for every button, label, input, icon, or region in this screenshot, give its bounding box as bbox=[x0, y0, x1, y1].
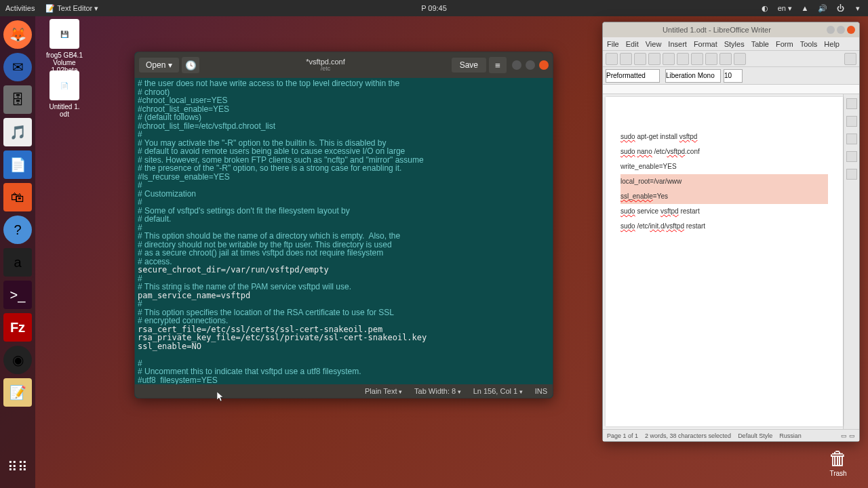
top-panel: Activities 📝 Text Editor ▾ P 09:45 ◐ en … bbox=[0, 0, 868, 16]
redo-icon[interactable] bbox=[734, 53, 746, 65]
doc-line: ssl_enable=Yes bbox=[620, 189, 828, 204]
properties-icon[interactable] bbox=[846, 98, 857, 109]
editor-textarea[interactable]: # the user does not have write access to… bbox=[135, 78, 553, 384]
cursor-position[interactable]: Ln 156, Col 1 bbox=[473, 387, 523, 395]
language-indicator[interactable]: en ▾ bbox=[778, 4, 792, 13]
writer-format-toolbar bbox=[603, 67, 859, 85]
paragraph-style-select[interactable] bbox=[606, 69, 660, 83]
font-name-select[interactable] bbox=[665, 69, 721, 83]
language[interactable]: Russian bbox=[779, 432, 802, 439]
page-style[interactable]: Default Style bbox=[738, 432, 772, 439]
gedit-icon[interactable]: 📝 bbox=[3, 378, 32, 407]
writer-icon[interactable]: 📄 bbox=[3, 150, 32, 179]
page-count[interactable]: Page 1 of 1 bbox=[607, 432, 638, 439]
gedit-window: Open ▾ 🕓 *vsftpd.conf /etc Save ≡ # the … bbox=[134, 52, 553, 399]
undo-icon[interactable] bbox=[719, 53, 732, 65]
pdf-icon[interactable] bbox=[648, 53, 660, 65]
gedit-title: *vsftpd.conf /etc bbox=[199, 58, 451, 73]
minimize-button[interactable] bbox=[512, 60, 521, 70]
print-icon[interactable] bbox=[663, 53, 675, 65]
writer-titlebar: Untitled 1.odt - LibreOffice Writer bbox=[603, 22, 859, 37]
navigator-icon[interactable] bbox=[846, 151, 857, 162]
firefox-icon[interactable]: 🦊 bbox=[3, 20, 32, 49]
launcher-dock: 🦊 ✉ 🗄 🎵 📄 🛍 ? a >_ Fz ◉ 📝 ⠿⠿ bbox=[0, 16, 35, 488]
writer-menubar: FileEditViewInsertFormatStylesTableFormT… bbox=[603, 37, 859, 51]
word-count[interactable]: 2 words, 38 characters selected bbox=[645, 432, 731, 439]
font-size-select[interactable] bbox=[724, 69, 743, 83]
volume-icon[interactable]: 🔊 bbox=[818, 3, 827, 13]
gallery-icon[interactable] bbox=[846, 134, 857, 144]
close-button[interactable] bbox=[539, 60, 549, 70]
find-icon[interactable] bbox=[844, 53, 856, 65]
files-icon[interactable]: 🗄 bbox=[3, 85, 32, 114]
styles-icon[interactable] bbox=[846, 116, 857, 127]
clock[interactable]: P 09:45 bbox=[421, 4, 447, 12]
paste-icon[interactable] bbox=[705, 53, 717, 65]
save-icon[interactable] bbox=[634, 53, 646, 65]
writer-minimize-button[interactable] bbox=[827, 26, 835, 34]
arrow-down-icon[interactable]: ▾ bbox=[853, 3, 863, 13]
menu-styles[interactable]: Styles bbox=[724, 40, 745, 48]
software-icon[interactable]: 🛍 bbox=[3, 183, 32, 211]
copy-icon[interactable] bbox=[691, 53, 703, 65]
writer-close-button[interactable] bbox=[847, 26, 855, 34]
power-icon[interactable]: ⏻ bbox=[835, 3, 845, 13]
new-icon[interactable] bbox=[606, 53, 618, 65]
network-icon[interactable]: ▲ bbox=[800, 3, 810, 13]
obs-icon[interactable]: ◉ bbox=[3, 346, 32, 374]
writer-toolbar bbox=[603, 51, 859, 67]
gedit-statusbar: Plain Text Tab Width: 8 Ln 156, Col 1 IN… bbox=[135, 384, 553, 398]
menu-view[interactable]: View bbox=[646, 40, 662, 48]
doc-line: local_root=/var/www bbox=[620, 174, 828, 189]
menu-format[interactable]: Format bbox=[694, 40, 717, 48]
hamburger-menu-icon[interactable]: ≡ bbox=[489, 57, 507, 73]
app-menu[interactable]: 📝 Text Editor ▾ bbox=[45, 4, 98, 13]
help-icon[interactable]: ? bbox=[3, 216, 32, 244]
doc-line: sudo nano /etc/vsftpd.conf bbox=[620, 144, 828, 159]
tab-width-selector[interactable]: Tab Width: 8 bbox=[414, 387, 461, 395]
filezilla-icon[interactable]: Fz bbox=[3, 313, 32, 342]
maximize-button[interactable] bbox=[526, 60, 535, 70]
rhythmbox-icon[interactable]: 🎵 bbox=[3, 118, 32, 146]
ruler[interactable] bbox=[603, 85, 859, 94]
amazon-icon[interactable]: a bbox=[3, 248, 32, 277]
menu-edit[interactable]: Edit bbox=[626, 40, 639, 48]
activities-button[interactable]: Activities bbox=[5, 4, 35, 13]
doc-line: sudo /etc/init.d/vsftpd restart bbox=[620, 219, 828, 234]
doc-line: write_enable=YES bbox=[620, 159, 828, 174]
menu-file[interactable]: File bbox=[607, 40, 619, 48]
menu-tools[interactable]: Tools bbox=[800, 40, 818, 48]
writer-window: Untitled 1.odt - LibreOffice Writer File… bbox=[602, 22, 860, 442]
open-button[interactable]: Open ▾ bbox=[139, 58, 179, 73]
open-icon[interactable] bbox=[620, 53, 632, 65]
menu-insert[interactable]: Insert bbox=[668, 40, 687, 48]
save-button[interactable]: Save bbox=[452, 58, 486, 73]
terminal-icon[interactable]: >_ bbox=[3, 281, 32, 309]
thunderbird-icon[interactable]: ✉ bbox=[3, 53, 32, 81]
desktop-document-icon[interactable]: 📄 Untitled 1. odt bbox=[41, 70, 88, 118]
trash-icon[interactable]: 🗑 Trash bbox=[829, 447, 848, 477]
page-icon[interactable] bbox=[846, 169, 857, 180]
gedit-headerbar: Open ▾ 🕓 *vsftpd.conf /etc Save ≡ bbox=[135, 52, 553, 78]
document-page[interactable]: sudo apt-get install vsftpdsudo nano /et… bbox=[606, 97, 843, 426]
doc-line: sudo apt-get install vsftpd bbox=[620, 129, 828, 144]
show-apps-icon[interactable]: ⠿⠿ bbox=[3, 453, 32, 481]
menu-table[interactable]: Table bbox=[751, 40, 769, 48]
menu-help[interactable]: Help bbox=[824, 40, 840, 48]
writer-maximize-button[interactable] bbox=[837, 26, 845, 34]
desktop-usb-icon[interactable]: 💾 frog5 GB4.1 Volume 1.02beta bbox=[41, 19, 88, 74]
status-icon[interactable]: ◐ bbox=[760, 3, 770, 13]
syntax-selector[interactable]: Plain Text bbox=[365, 387, 402, 395]
recent-button[interactable]: 🕓 bbox=[182, 57, 199, 73]
writer-sidebar bbox=[843, 94, 859, 429]
doc-line: sudo service vsftpd restart bbox=[620, 204, 828, 219]
menu-form[interactable]: Form bbox=[776, 40, 793, 48]
insert-mode[interactable]: INS bbox=[535, 387, 547, 395]
writer-statusbar: Page 1 of 1 2 words, 38 characters selec… bbox=[603, 429, 859, 441]
cut-icon[interactable] bbox=[677, 53, 689, 65]
view-mode-icon[interactable]: ▭ ▭ bbox=[841, 432, 855, 439]
